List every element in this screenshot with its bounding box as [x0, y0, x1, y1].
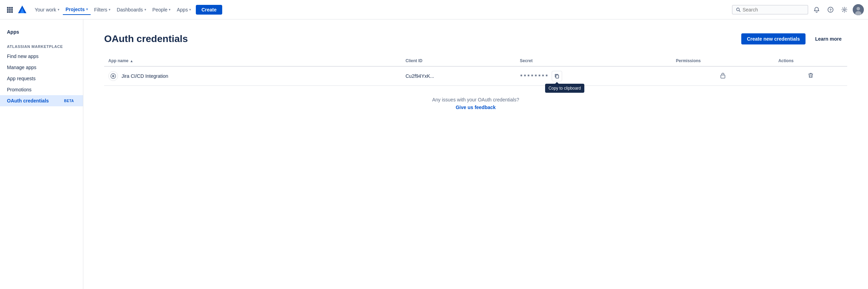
svg-point-15 — [844, 9, 845, 10]
col-app-name[interactable]: App name ▲ — [104, 56, 401, 66]
svg-rect-1 — [9, 7, 11, 9]
main-layout: Apps ATLASSIAN MARKETPLACE Find new apps… — [0, 19, 868, 289]
page-title: OAuth credentials — [104, 33, 188, 44]
col-secret: Secret — [516, 56, 672, 66]
nav-item-apps[interactable]: Apps ▾ — [174, 5, 194, 15]
nav-item-your-work[interactable]: Your work ▾ — [32, 5, 62, 15]
feedback-prompt: Any issues with your OAuth credentials? — [104, 97, 847, 102]
delete-icon[interactable] — [808, 74, 814, 80]
cell-permissions — [672, 66, 774, 86]
cell-app-name: Jira CI/CD Integration — [104, 66, 401, 86]
header-actions: Create new credentials Learn more — [741, 33, 847, 44]
svg-rect-6 — [7, 11, 9, 13]
col-actions: Actions — [774, 56, 847, 66]
cell-client-id: Cu2f94YxK... — [401, 66, 516, 86]
create-new-credentials-button[interactable]: Create new credentials — [741, 33, 806, 44]
sidebar-item-app-requests[interactable]: App requests — [0, 73, 83, 84]
col-permissions: Permissions — [672, 56, 774, 66]
chevron-down-icon: ▾ — [109, 8, 110, 11]
search-icon — [736, 7, 741, 12]
svg-rect-3 — [7, 9, 9, 11]
sidebar: Apps ATLASSIAN MARKETPLACE Find new apps… — [0, 19, 83, 289]
nav-right-area: ? — [732, 4, 864, 15]
sidebar-item-find-new-apps[interactable]: Find new apps — [0, 51, 83, 62]
search-bar[interactable] — [732, 5, 808, 15]
top-navigation: Your work ▾ Projects ▾ Filters ▾ Dashboa… — [0, 0, 868, 19]
nav-item-people[interactable]: People ▾ — [150, 5, 174, 15]
svg-line-12 — [739, 10, 740, 11]
copy-to-clipboard-button[interactable]: Copy to clipboard — [552, 71, 562, 81]
sidebar-section-label: ATLASSIAN MARKETPLACE — [0, 40, 83, 51]
nav-item-dashboards[interactable]: Dashboards ▾ — [114, 5, 149, 15]
table-header: App name ▲ Client ID Secret Permissions — [104, 56, 847, 66]
chevron-down-icon: ▾ — [86, 7, 88, 11]
chevron-down-icon: ▾ — [144, 8, 146, 11]
notifications-icon[interactable] — [811, 4, 822, 15]
lock-icon[interactable] — [720, 74, 726, 80]
feedback-section: Any issues with your OAuth credentials? … — [104, 97, 847, 110]
settings-icon[interactable] — [839, 4, 850, 15]
help-icon[interactable]: ? — [825, 4, 836, 15]
app-icon — [108, 71, 118, 81]
beta-badge: BETA — [62, 98, 76, 104]
main-content: OAuth credentials Create new credentials… — [83, 19, 868, 289]
chevron-down-icon: ▾ — [189, 8, 191, 11]
svg-rect-4 — [9, 9, 11, 11]
sidebar-item-manage-apps[interactable]: Manage apps — [0, 62, 83, 73]
sidebar-item-promotions[interactable]: Promotions — [0, 84, 83, 95]
credentials-table: App name ▲ Client ID Secret Permissions — [104, 56, 847, 86]
table-row: Jira CI/CD Integration Cu2f94YxK... ****… — [104, 66, 847, 86]
create-button[interactable]: Create — [196, 5, 222, 15]
copy-tooltip: Copy to clipboard — [545, 84, 584, 93]
chevron-down-icon: ▾ — [58, 8, 59, 11]
svg-text:?: ? — [829, 8, 832, 12]
grid-menu-icon[interactable] — [4, 4, 15, 15]
table-body: Jira CI/CD Integration Cu2f94YxK... ****… — [104, 66, 847, 86]
chevron-down-icon: ▾ — [169, 8, 170, 11]
cell-actions — [774, 66, 847, 86]
sidebar-item-oauth-credentials[interactable]: OAuth credentials BETA — [0, 95, 83, 106]
svg-rect-22 — [721, 75, 725, 78]
col-client-id: Client ID — [401, 56, 516, 66]
nav-item-projects[interactable]: Projects ▾ — [63, 5, 91, 15]
svg-rect-21 — [556, 75, 559, 78]
svg-rect-0 — [7, 7, 9, 9]
search-input[interactable] — [743, 7, 804, 13]
feedback-link[interactable]: Give us feedback — [104, 105, 847, 110]
learn-more-button[interactable]: Learn more — [810, 33, 847, 44]
cell-secret: ******** Copy to clipboard — [516, 66, 672, 86]
svg-rect-2 — [11, 7, 13, 9]
atlassian-logo[interactable] — [17, 4, 28, 15]
page-header: OAuth credentials Create new credentials… — [104, 33, 847, 44]
svg-rect-8 — [11, 11, 13, 13]
nav-item-filters[interactable]: Filters ▾ — [91, 5, 113, 15]
svg-point-17 — [857, 7, 860, 10]
svg-rect-5 — [11, 9, 13, 11]
copy-icon — [554, 74, 559, 79]
secret-masked-value: ******** — [520, 73, 549, 79]
sidebar-title: Apps — [0, 26, 83, 40]
nav-menu: Your work ▾ Projects ▾ Filters ▾ Dashboa… — [32, 5, 731, 15]
avatar[interactable] — [853, 4, 864, 15]
svg-rect-7 — [9, 11, 11, 13]
sort-icon: ▲ — [130, 59, 133, 63]
